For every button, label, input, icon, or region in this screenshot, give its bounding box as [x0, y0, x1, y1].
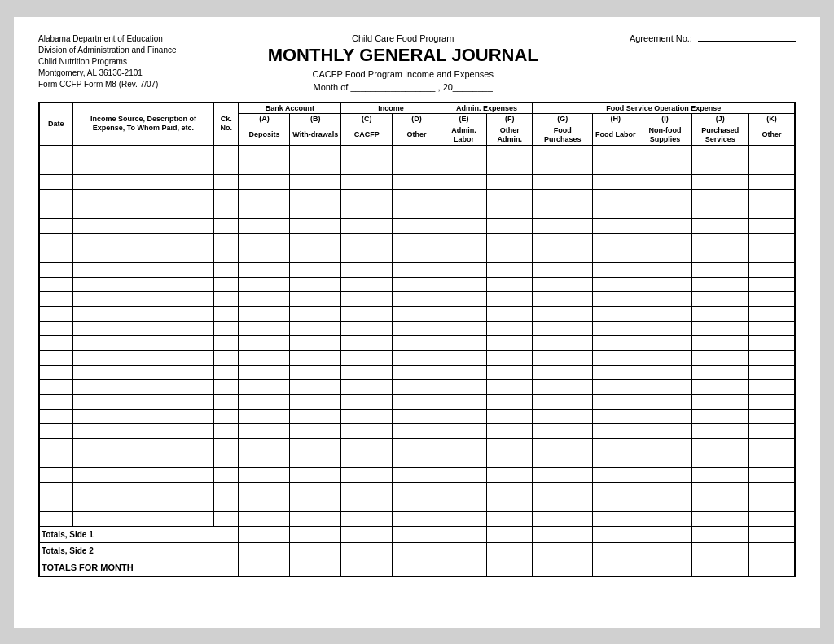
table-cell [533, 233, 593, 248]
table-cell [341, 262, 393, 277]
table-cell [691, 511, 748, 526]
table-cell [593, 204, 639, 218]
table-cell [393, 365, 441, 379]
table-cell [691, 204, 748, 218]
table-cell [214, 262, 239, 277]
table-cell [691, 218, 748, 233]
table-cell [290, 145, 341, 160]
table-cell [487, 204, 533, 218]
totals-side2-a [239, 542, 290, 559]
table-cell [290, 291, 341, 306]
table-cell [533, 174, 593, 189]
table-cell [533, 262, 593, 277]
table-cell [639, 497, 691, 511]
col-h-sub: Food Labor [593, 125, 639, 146]
table-cell [39, 160, 72, 174]
table-cell [39, 438, 72, 453]
table-cell [39, 189, 72, 204]
table-cell [749, 306, 795, 321]
table-cell [487, 350, 533, 365]
table-cell [239, 467, 290, 482]
table-cell [441, 423, 486, 438]
totals-month-f [487, 559, 533, 576]
totals-side2-f [487, 542, 533, 559]
table-cell [487, 145, 533, 160]
table-cell [341, 248, 393, 262]
table-cell [214, 160, 239, 174]
table-cell [749, 218, 795, 233]
table-row [39, 233, 795, 248]
table-cell [691, 423, 748, 438]
table-cell [39, 233, 72, 248]
totals-side2-j [691, 542, 748, 559]
table-cell [214, 409, 239, 423]
table-cell [39, 379, 72, 394]
table-cell [39, 277, 72, 291]
table-cell [487, 306, 533, 321]
col-h-label: (H) [593, 114, 639, 125]
table-cell [214, 218, 239, 233]
org-line2: Division of Administration and Finance [38, 45, 177, 56]
totals-side1-e [441, 526, 486, 542]
table-cell [533, 394, 593, 409]
table-cell [341, 160, 393, 174]
table-cell [39, 218, 72, 233]
table-row [39, 145, 795, 160]
totals-month-j [691, 559, 748, 576]
totals-month-h [593, 559, 639, 576]
table-cell [691, 321, 748, 335]
col-desc-header: Income Source, Description of Expense, T… [72, 103, 213, 146]
table-cell [593, 306, 639, 321]
totals-side1-h [593, 526, 639, 542]
table-cell [72, 189, 213, 204]
table-cell [691, 291, 748, 306]
table-cell [290, 189, 341, 204]
totals-side2-g [533, 542, 593, 559]
totals-month-a [239, 559, 290, 576]
table-cell [593, 379, 639, 394]
table-cell [393, 453, 441, 467]
table-cell [72, 248, 213, 262]
table-cell [691, 145, 748, 160]
table-cell [749, 409, 795, 423]
table-cell [593, 409, 639, 423]
table-cell [72, 423, 213, 438]
table-cell [72, 218, 213, 233]
table-cell [290, 467, 341, 482]
table-cell [72, 379, 213, 394]
table-cell [393, 291, 441, 306]
table-cell [239, 204, 290, 218]
totals-side2-d [393, 542, 441, 559]
table-cell [239, 160, 290, 174]
table-cell [593, 145, 639, 160]
table-cell [393, 379, 441, 394]
table-cell [39, 248, 72, 262]
table-cell [533, 350, 593, 365]
table-cell [214, 350, 239, 365]
table-cell [639, 204, 691, 218]
table-cell [393, 277, 441, 291]
table-cell [290, 409, 341, 423]
table-cell [691, 394, 748, 409]
table-cell [691, 248, 748, 262]
table-cell [533, 277, 593, 291]
table-cell [290, 394, 341, 409]
table-cell [290, 174, 341, 189]
table-cell [533, 409, 593, 423]
org-line3: Child Nutrition Programs [38, 56, 177, 68]
table-cell [39, 204, 72, 218]
table-cell [341, 306, 393, 321]
totals-month-i [639, 559, 691, 576]
table-cell [239, 482, 290, 497]
table-cell [239, 218, 290, 233]
table-row [39, 204, 795, 218]
table-cell [214, 248, 239, 262]
table-cell [341, 423, 393, 438]
col-b-label: (B) [290, 114, 341, 125]
table-cell [72, 204, 213, 218]
table-cell [290, 233, 341, 248]
table-cell [749, 467, 795, 482]
table-cell [487, 438, 533, 453]
table-cell [239, 423, 290, 438]
table-cell [39, 350, 72, 365]
